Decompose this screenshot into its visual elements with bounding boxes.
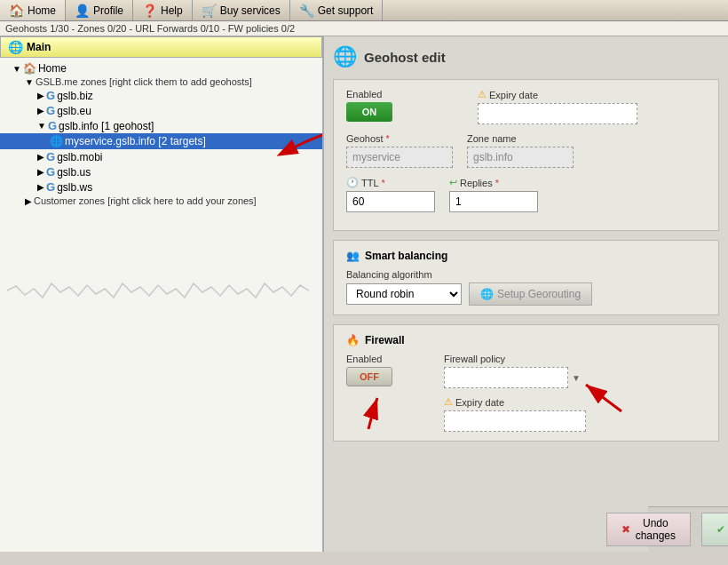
home-icon: 🏠 <box>9 4 24 18</box>
gslb-eu-label: gslb.eu <box>57 105 91 117</box>
save-icon: ✔ <box>716 523 725 536</box>
ttl-input[interactable] <box>346 191 435 212</box>
customer-zones-label: Customer zones [right click here to add … <box>34 195 257 206</box>
nav-buy-services-label: Buy services <box>220 4 281 17</box>
firewall-policy-wrapper: ▼ <box>444 367 586 388</box>
warn-icon-fw: ⚠ <box>444 396 453 408</box>
chevron-right-icon-ws: ▶ <box>37 182 44 192</box>
nav-home-label: Home <box>28 4 56 17</box>
expiry-group: ⚠ Expiry date <box>478 89 637 124</box>
tree-home[interactable]: ▼ 🏠 Home <box>0 61 322 76</box>
tree-gslb-us[interactable]: ▶ G gslb.us <box>0 164 322 179</box>
replies-input[interactable] <box>449 191 538 212</box>
firewall-expiry-input[interactable] <box>444 410 586 432</box>
setup-georouting-button[interactable]: 🌐 Setup Georouting <box>469 282 592 306</box>
support-icon: 🔧 <box>299 4 314 18</box>
tree-gslb-eu[interactable]: ▶ G gslb.eu <box>0 103 322 118</box>
nav-help[interactable]: ❓ Help <box>133 0 193 20</box>
algorithm-select-wrapper: Round robin Weighted Failover Geographic… <box>346 282 706 306</box>
firewall-policy-input[interactable] <box>444 367 568 388</box>
clock-icon: 🕐 <box>346 177 359 188</box>
smart-balancing-section: 👥 Smart balancing Balancing algorithm Ro… <box>333 240 719 315</box>
nav-buy-services[interactable]: 🛒 Buy services <box>193 0 290 20</box>
enabled-row: Enabled ON ⚠ Expiry date <box>346 89 706 124</box>
zone-name-label: Zone name <box>467 133 574 144</box>
chevron-right-icon-us: ▶ <box>37 167 44 177</box>
globe-icon-header: 🌐 <box>333 45 357 68</box>
globe-icon-myservice: 🌐 <box>50 135 63 147</box>
tree-customer-zones[interactable]: ▶ Customer zones [right click here to ad… <box>0 195 322 207</box>
nav-home[interactable]: 🏠 Home <box>0 0 66 20</box>
tree-gslb-mobi[interactable]: ▶ G gslb.mobi <box>0 149 322 164</box>
g-icon-us: G <box>46 165 55 179</box>
nav-profile-label: Profile <box>93 4 123 17</box>
status-bar: Geohosts 1/30 - Zones 0/20 - URL Forward… <box>0 21 728 36</box>
undo-icon: ✖ <box>621 523 630 536</box>
firewall-title: 🔥 Firewall <box>346 334 706 346</box>
firewall-toggle-label: OFF <box>360 371 379 382</box>
firewall-enabled-label: Enabled <box>346 354 408 364</box>
profile-icon: 👤 <box>75 4 90 18</box>
tree-container: ▼ 🏠 Home ▼ GSLB.me zones [right click th… <box>0 58 322 211</box>
geohost-required-marker: * <box>386 133 390 144</box>
firewall-icon: 🔥 <box>346 334 360 346</box>
g-icon-ws: G <box>46 180 55 194</box>
gslb-biz-label: gslb.biz <box>57 90 93 102</box>
zone-name-input <box>467 147 574 168</box>
chevron-right-icon-mobi: ▶ <box>37 152 44 162</box>
expiry-date-input[interactable] <box>478 103 637 124</box>
cart-icon: 🛒 <box>202 4 217 18</box>
tree-gslb-info[interactable]: ▼ G gslb.info [1 geohost] <box>0 118 322 133</box>
g-icon-mobi: G <box>46 150 55 163</box>
chevron-right-icon: ▶ <box>37 91 44 100</box>
chevron-down-icon: ▼ <box>12 64 21 74</box>
firewall-row: Enabled OFF <box>346 354 706 432</box>
right-panel: 🌐 Geohost edit Enabled ON ⚠ Expiry date <box>324 36 728 552</box>
geohost-input <box>346 147 453 168</box>
tree-gslb-zones[interactable]: ▼ GSLB.me zones [right click them to add… <box>0 76 322 88</box>
g-icon-biz: G <box>46 89 55 102</box>
algorithm-label: Balancing algorithm <box>346 269 706 280</box>
chevron-right-icon-eu: ▶ <box>37 106 44 115</box>
enabled-section: Enabled ON ⚠ Expiry date Geohost * <box>333 79 719 231</box>
ttl-label: 🕐 TTL * <box>346 177 435 188</box>
geohost-group: Geohost * <box>346 133 453 168</box>
undo-button[interactable]: ✖ Undo changes <box>606 513 691 546</box>
tree-myservice-row: 🌐 myservice.gslb.info [2 targets] <box>0 133 322 149</box>
save-button[interactable]: ✔ Save <box>701 513 728 546</box>
left-panel: 🌐 Main ▼ 🏠 Home ▼ GSLB.me zones [right c… <box>0 36 324 552</box>
enabled-toggle[interactable]: ON <box>346 102 392 122</box>
firewall-toggle[interactable]: OFF <box>346 367 392 386</box>
nav-profile[interactable]: 👤 Profile <box>66 0 133 20</box>
panel-title: Geohost edit <box>364 50 446 65</box>
firewall-policy-group: Firewall policy ▼ ⚠ Expiry date <box>444 354 586 432</box>
chevron-down-icon-gslb: ▼ <box>25 77 34 87</box>
myservice-label: myservice.gslb.info [2 targets] <box>65 135 206 147</box>
replies-icon: ↩ <box>449 177 457 188</box>
algorithm-select[interactable]: Round robin Weighted Failover Geographic <box>346 283 462 305</box>
tree-myservice[interactable]: 🌐 myservice.gslb.info [2 targets] <box>0 133 322 149</box>
home-tree-icon: 🏠 <box>23 62 36 75</box>
warn-icon-expiry: ⚠ <box>478 89 487 100</box>
nav-get-support-label: Get support <box>318 4 374 17</box>
replies-label: ↩ Replies * <box>449 177 538 188</box>
enabled-group: Enabled ON <box>346 89 392 122</box>
geohost-label: Geohost * <box>346 133 453 144</box>
tree-gslb-ws[interactable]: ▶ G gslb.ws <box>0 179 322 195</box>
enabled-label: Enabled <box>346 89 392 99</box>
chevron-right-icon-cz: ▶ <box>25 196 32 206</box>
ttl-replies-row: 🕐 TTL * ↩ Replies * <box>346 177 706 212</box>
main-header[interactable]: 🌐 Main <box>0 36 322 58</box>
main-layout: 🌐 Main ▼ 🏠 Home ▼ GSLB.me zones [right c… <box>0 36 728 552</box>
firewall-expiry-label: ⚠ Expiry date <box>444 396 586 408</box>
main-label: Main <box>27 41 51 53</box>
smart-balancing-title: 👥 Smart balancing <box>346 250 706 262</box>
firewall-section: 🔥 Firewall Enabled OFF <box>333 324 719 442</box>
tree-gslb-biz[interactable]: ▶ G gslb.biz <box>0 88 322 103</box>
nav-help-label: Help <box>161 4 183 17</box>
gslb-mobi-label: gslb.mobi <box>57 151 102 163</box>
ttl-required: * <box>382 178 385 188</box>
algorithm-group: Balancing algorithm Round robin Weighted… <box>346 269 706 306</box>
nav-get-support[interactable]: 🔧 Get support <box>290 0 384 20</box>
balancing-icon: 👥 <box>346 250 360 262</box>
